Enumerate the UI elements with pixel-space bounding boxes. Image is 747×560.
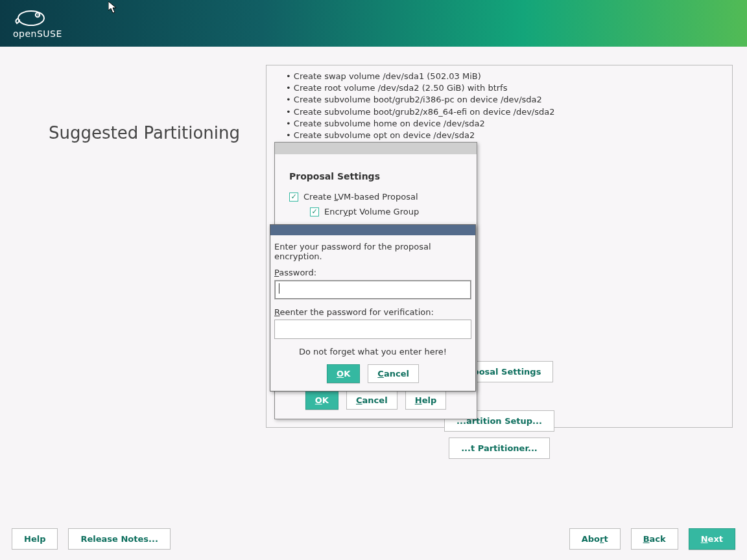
partition-item: Create root volume /dev/sda2 (2.50 GiB) … bbox=[286, 82, 726, 94]
partition-item: Create subvolume home on device /dev/sda… bbox=[286, 118, 726, 130]
lvm-checkbox[interactable]: ✓ bbox=[289, 192, 298, 202]
password-dialog-titlebar[interactable] bbox=[270, 225, 475, 235]
password-label: Password: bbox=[274, 268, 471, 277]
page-title: Suggested Partitioning bbox=[49, 123, 240, 143]
password-ok-button[interactable]: OK bbox=[327, 364, 360, 383]
partition-item: Create swap volume /dev/sda1 (502.03 MiB… bbox=[286, 71, 726, 82]
svg-point-2 bbox=[37, 14, 38, 16]
encrypt-checkbox-label: Encrypt Volume Group bbox=[324, 207, 419, 216]
footer-bar: Help Release Notes... Abort Back Next bbox=[0, 518, 747, 560]
header-bar: openSUSE bbox=[0, 0, 747, 47]
lvm-checkbox-label: Create LVM-based Proposal bbox=[303, 192, 418, 202]
dialog-titlebar[interactable] bbox=[275, 143, 477, 154]
partition-item: Create subvolume boot/grub2/x86_64-efi o… bbox=[286, 106, 726, 118]
encrypt-checkbox[interactable]: ✓ bbox=[310, 207, 319, 216]
footer-help-button[interactable]: Help bbox=[12, 528, 58, 550]
partition-item: Create subvolume boot/grub2/i386-pc on d… bbox=[286, 94, 726, 106]
lvm-checkbox-row[interactable]: ✓ Create LVM-based Proposal bbox=[289, 192, 462, 202]
footer-abort-button[interactable]: Abort bbox=[569, 528, 621, 550]
password-hint: Do not forget what you enter here! bbox=[274, 347, 471, 356]
brand-text: openSUSE bbox=[13, 29, 62, 39]
proposal-ok-button[interactable]: OK bbox=[305, 391, 338, 410]
brand-logo: openSUSE bbox=[13, 5, 734, 39]
footer-next-button[interactable]: Next bbox=[689, 528, 735, 550]
password-dialog-message: Enter your password for the proposal enc… bbox=[274, 242, 471, 261]
proposal-cancel-button[interactable]: Cancel bbox=[346, 391, 397, 410]
password-input[interactable] bbox=[274, 280, 471, 299]
row-expert: ...t Partitioner... bbox=[267, 438, 732, 459]
proposal-settings-title: Proposal Settings bbox=[289, 171, 462, 181]
password-cancel-button[interactable]: Cancel bbox=[368, 364, 419, 383]
chameleon-icon bbox=[13, 5, 57, 27]
footer-release-notes-button[interactable]: Release Notes... bbox=[68, 528, 170, 550]
encryption-password-dialog: Enter your password for the proposal enc… bbox=[270, 224, 476, 391]
expert-partitioner-button[interactable]: ...t Partitioner... bbox=[449, 438, 550, 459]
reenter-password-input[interactable] bbox=[274, 320, 471, 339]
partition-item: Create subvolume opt on device /dev/sda2 bbox=[286, 130, 726, 141]
proposal-help-button[interactable]: Help bbox=[405, 391, 446, 410]
svg-point-0 bbox=[18, 11, 44, 25]
reenter-password-label: Reenter the password for verification: bbox=[274, 307, 471, 317]
footer-back-button[interactable]: Back bbox=[631, 528, 678, 550]
encrypt-checkbox-row[interactable]: ✓ Encrypt Volume Group bbox=[310, 207, 462, 216]
